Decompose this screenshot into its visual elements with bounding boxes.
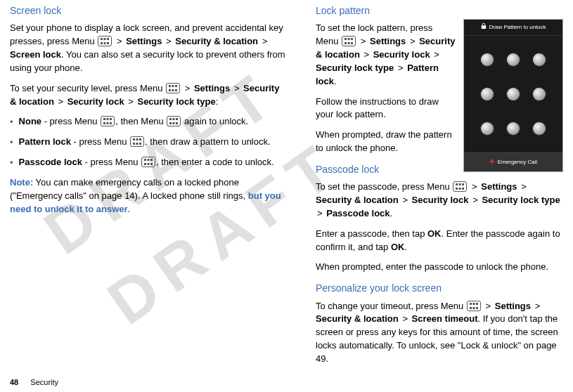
- text: - press Menu: [41, 116, 97, 126]
- emergency-call-label: Emergency Call: [498, 158, 537, 166]
- svg-rect-7: [172, 85, 174, 87]
- svg-rect-23: [176, 122, 178, 124]
- left-column: Screen lock Set your phone to display a …: [10, 4, 288, 373]
- screen-lock-label: Screen lock: [10, 49, 61, 60]
- svg-rect-0: [101, 38, 103, 40]
- separator: >: [361, 36, 366, 46]
- svg-rect-13: [107, 118, 109, 120]
- separator: >: [398, 63, 404, 73]
- security-lock-type-label: Security lock type: [482, 195, 560, 205]
- pattern-dot[interactable]: [474, 43, 500, 77]
- pattern-dot[interactable]: [474, 77, 500, 112]
- svg-rect-22: [173, 122, 175, 124]
- paragraph: Set your phone to display a lock screen,…: [10, 22, 288, 74]
- pattern-grid[interactable]: [464, 36, 562, 152]
- separator: >: [117, 36, 122, 46]
- svg-rect-2: [107, 38, 109, 40]
- pattern-dot[interactable]: [500, 111, 526, 145]
- svg-rect-1: [104, 38, 106, 40]
- section-name: Security: [30, 378, 58, 386]
- svg-rect-45: [456, 188, 458, 190]
- svg-rect-35: [150, 163, 153, 165]
- settings-label: Settings: [370, 36, 406, 46]
- pattern-dot[interactable]: [474, 111, 500, 145]
- svg-rect-34: [148, 163, 150, 165]
- svg-rect-42: [456, 183, 458, 185]
- svg-rect-50: [476, 303, 478, 305]
- separator: >: [410, 36, 416, 46]
- svg-rect-4: [104, 42, 106, 44]
- bullet-text: Passcode lock - press Menu , then enter …: [19, 156, 288, 169]
- svg-rect-8: [175, 85, 177, 87]
- svg-rect-46: [459, 188, 461, 190]
- separator: >: [535, 301, 541, 311]
- svg-rect-32: [150, 159, 153, 161]
- passcode-lock-label: Passcode lock: [19, 157, 82, 167]
- separator: >: [402, 195, 408, 205]
- lock-icon: [481, 23, 487, 32]
- page-footer: 48 Security: [10, 378, 58, 386]
- svg-rect-25: [136, 138, 139, 141]
- bullet-dot: •: [10, 136, 13, 149]
- separator: >: [521, 181, 527, 192]
- menu-icon: [167, 116, 181, 126]
- pattern-dot[interactable]: [500, 77, 526, 112]
- text: You can make emergency calls on a locked…: [10, 177, 248, 201]
- svg-rect-3: [101, 42, 103, 44]
- svg-rect-19: [173, 118, 175, 120]
- paragraph: To set your security level, press Menu >…: [10, 82, 288, 109]
- security-lock-label: Security lock: [373, 49, 430, 60]
- svg-rect-44: [462, 183, 464, 185]
- menu-icon: [453, 181, 467, 192]
- svg-rect-18: [169, 118, 172, 120]
- separator: >: [434, 49, 439, 60]
- svg-rect-30: [144, 159, 146, 161]
- bullet-text: None - press Menu , then Menu again to u…: [19, 115, 288, 129]
- pattern-dot[interactable]: [527, 77, 553, 112]
- settings-label: Settings: [495, 301, 531, 311]
- heading-screen-lock: Screen lock: [10, 4, 288, 18]
- pattern-dot[interactable]: [500, 43, 526, 77]
- pattern-dot[interactable]: [527, 43, 553, 77]
- svg-rect-24: [133, 138, 135, 141]
- separator: >: [234, 83, 240, 93]
- text: .: [128, 204, 131, 214]
- separator: >: [363, 49, 369, 60]
- none-label: None: [19, 116, 42, 126]
- settings-label: Settings: [126, 36, 162, 46]
- svg-rect-6: [169, 85, 171, 87]
- bullet-pattern: • Pattern lock - press Menu , then draw …: [10, 136, 288, 149]
- text: To set your security level, press Menu: [10, 83, 162, 93]
- separator: >: [128, 96, 134, 107]
- svg-rect-28: [136, 143, 139, 145]
- svg-rect-47: [462, 188, 464, 190]
- pattern-dot[interactable]: [527, 111, 553, 145]
- text: - press Menu: [82, 157, 138, 167]
- svg-rect-51: [470, 307, 472, 309]
- text: again to unlock.: [181, 116, 248, 126]
- emergency-icon: ✚: [489, 157, 495, 166]
- text: Enter a passcode, then tap: [316, 228, 427, 239]
- svg-rect-49: [472, 303, 475, 305]
- separator: >: [166, 36, 172, 46]
- bullet-text: Pattern lock - press Menu , then draw a …: [19, 136, 288, 149]
- svg-rect-40: [348, 42, 350, 44]
- page-content: Screen lock Set your phone to display a …: [0, 0, 573, 373]
- separator: >: [472, 181, 477, 192]
- svg-rect-41: [351, 42, 353, 44]
- menu-icon: [101, 116, 115, 126]
- menu-icon: [342, 36, 356, 46]
- settings-label: Settings: [481, 181, 517, 192]
- svg-rect-20: [176, 118, 178, 120]
- svg-rect-37: [348, 38, 350, 40]
- text: , then Menu: [115, 116, 164, 126]
- svg-rect-10: [172, 89, 174, 91]
- svg-rect-31: [148, 159, 150, 161]
- screen-timeout-label: Screen timeout: [412, 313, 478, 324]
- text: , then draw a pattern to unlock.: [145, 136, 271, 147]
- svg-rect-21: [169, 122, 172, 124]
- phone-mockup: Draw Pattern to unlock ✚ Emergency Call: [463, 19, 563, 172]
- emergency-call-button[interactable]: ✚ Emergency Call: [464, 152, 562, 171]
- security-lock-type-label: Security lock type: [316, 63, 394, 73]
- menu-icon: [166, 83, 180, 93]
